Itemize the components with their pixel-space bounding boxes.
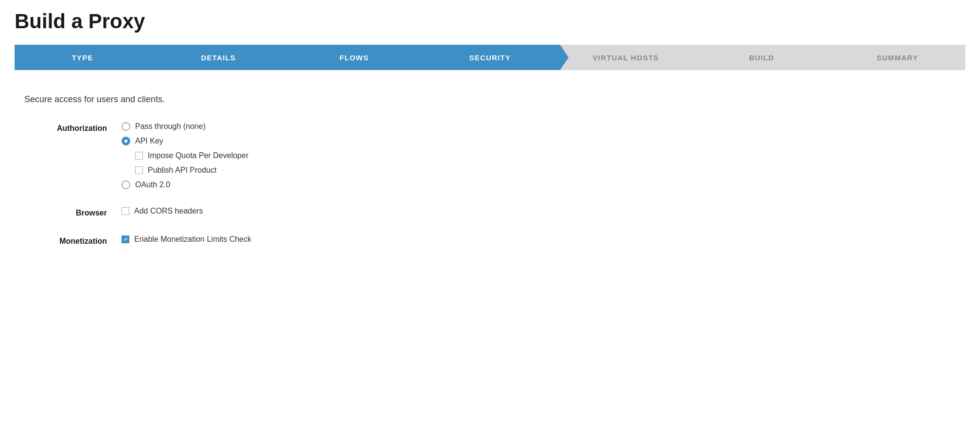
radio-oauth2[interactable]: OAuth 2.0 <box>122 180 248 189</box>
radio-api-key-indicator <box>122 137 130 145</box>
checkbox-publish-api[interactable]: Publish API Product <box>135 166 248 175</box>
checkbox-enable-monetization-label: Enable Monetization Limits Check <box>134 235 251 244</box>
step-flows-label: FLOWS <box>339 54 368 62</box>
radio-api-key-label: API Key <box>135 137 163 145</box>
content-area: Secure access for users and clients. Aut… <box>15 90 965 268</box>
step-summary[interactable]: SUMMARY <box>830 45 965 70</box>
wizard-steps: TYPE DETAILS FLOWS SECURITY VIRTUAL HOST… <box>15 45 965 70</box>
checkbox-impose-quota[interactable]: Impose Quota Per Developer <box>135 151 248 160</box>
step-details-label: DETAILS <box>201 54 235 62</box>
step-type-label: TYPE <box>72 54 93 62</box>
section-description: Secure access for users and clients. <box>24 94 956 105</box>
step-security-label: SECURITY <box>469 54 510 62</box>
radio-api-key[interactable]: API Key <box>122 137 248 145</box>
checkbox-add-cors-label: Add CORS headers <box>134 207 203 216</box>
step-type[interactable]: TYPE <box>15 45 150 70</box>
radio-oauth2-label: OAuth 2.0 <box>135 180 170 189</box>
monetization-label: Monetization <box>24 235 122 246</box>
radio-pass-through-indicator <box>122 122 130 131</box>
step-summary-label: SUMMARY <box>877 54 918 62</box>
step-build[interactable]: BUILD <box>694 45 829 70</box>
radio-pass-through-label: Pass through (none) <box>135 122 206 131</box>
radio-oauth2-indicator <box>122 180 130 189</box>
authorization-controls: Pass through (none) API Key Impose Quota… <box>122 122 248 189</box>
checkbox-publish-api-label: Publish API Product <box>148 166 216 175</box>
step-security[interactable]: SECURITY <box>422 45 558 70</box>
checkbox-impose-quota-label: Impose Quota Per Developer <box>148 151 248 160</box>
checkbox-enable-monetization[interactable]: Enable Monetization Limits Check <box>122 235 251 244</box>
step-flows[interactable]: FLOWS <box>286 45 422 70</box>
page-title: Build a Proxy <box>15 10 965 33</box>
monetization-controls: Enable Monetization Limits Check <box>122 235 251 244</box>
checkbox-add-cors-box <box>122 207 129 215</box>
authorization-label: Authorization <box>24 122 122 133</box>
step-details[interactable]: DETAILS <box>150 45 286 70</box>
step-virtual-hosts-label: VIRTUAL HOSTS <box>593 54 659 62</box>
checkbox-add-cors[interactable]: Add CORS headers <box>122 207 203 216</box>
radio-pass-through[interactable]: Pass through (none) <box>122 122 248 131</box>
step-build-label: BUILD <box>749 54 774 62</box>
browser-controls: Add CORS headers <box>122 207 203 216</box>
browser-label: Browser <box>24 207 122 217</box>
browser-section: Browser Add CORS headers <box>24 207 956 217</box>
checkbox-publish-api-box <box>135 166 143 174</box>
step-virtual-hosts[interactable]: VIRTUAL HOSTS <box>558 45 694 70</box>
checkbox-impose-quota-box <box>135 152 143 160</box>
authorization-section: Authorization Pass through (none) API Ke… <box>24 122 956 189</box>
checkbox-enable-monetization-box <box>122 235 129 243</box>
monetization-section: Monetization Enable Monetization Limits … <box>24 235 956 246</box>
